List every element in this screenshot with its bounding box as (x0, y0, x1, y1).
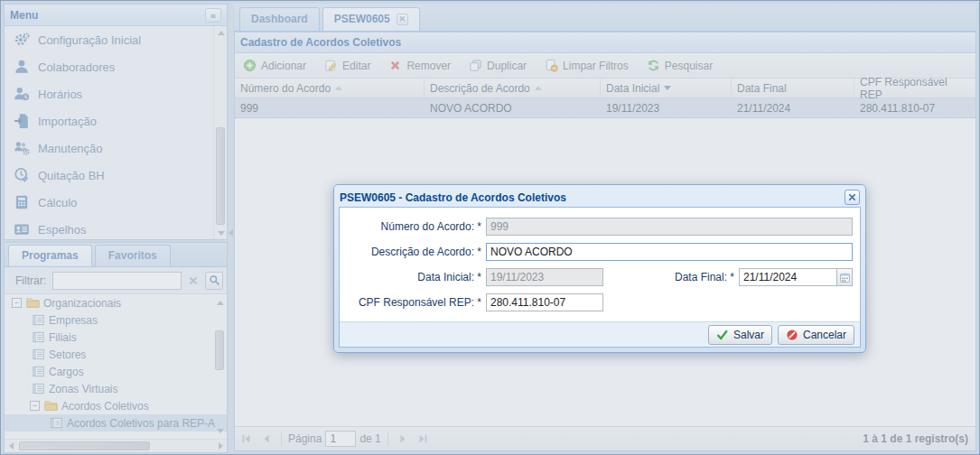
dialog-title: PSEW0605 - Cadastro de Acordos Coletivos (340, 191, 566, 204)
data-inicial-label: Data Inicial: * (347, 271, 481, 283)
dialog-footer: Salvar Cancelar (340, 321, 860, 347)
data-final-field[interactable] (739, 268, 837, 286)
calendar-icon (839, 272, 851, 283)
descricao-label: Descrição de Acordo: * (347, 246, 481, 258)
check-icon (716, 329, 729, 341)
close-icon (847, 192, 857, 202)
data-final-label: Data Final: * (675, 271, 734, 283)
close-dialog-button[interactable] (845, 190, 860, 205)
dialog-form: Número do Acordo: * Descrição de Acordo:… (340, 208, 860, 321)
save-button-label: Salvar (733, 329, 764, 341)
data-final-group: Data Final: * (675, 268, 853, 286)
form-row-descricao: Descrição de Acordo: * (347, 243, 853, 261)
app-window: Menu « Configuração Inicial Colaboradore… (0, 0, 980, 455)
cancel-button[interactable]: Cancelar (778, 325, 854, 345)
form-row-datas: Data Inicial: * Data Final: * (347, 268, 853, 286)
form-row-cpf: CPF Responsável REP: * (347, 293, 853, 311)
descricao-field[interactable] (486, 243, 853, 261)
data-inicial-field[interactable] (486, 268, 603, 286)
dialog-body-frame: Número do Acordo: * Descrição de Acordo:… (339, 207, 861, 348)
edit-dialog: PSEW0605 - Cadastro de Acordos Coletivos… (333, 184, 866, 353)
numero-label: Número do Acordo: * (347, 220, 481, 233)
dialog-titlebar[interactable]: PSEW0605 - Cadastro de Acordos Coletivos (339, 188, 861, 207)
cpf-label: CPF Responsável REP: * (347, 296, 481, 309)
save-button[interactable]: Salvar (708, 325, 772, 345)
date-picker-button[interactable] (836, 268, 853, 286)
numero-field[interactable] (486, 218, 853, 236)
cancel-button-label: Cancelar (803, 329, 846, 341)
cpf-field[interactable] (486, 293, 603, 311)
form-row-numero: Número do Acordo: * (347, 218, 853, 236)
cancel-icon (786, 329, 798, 341)
